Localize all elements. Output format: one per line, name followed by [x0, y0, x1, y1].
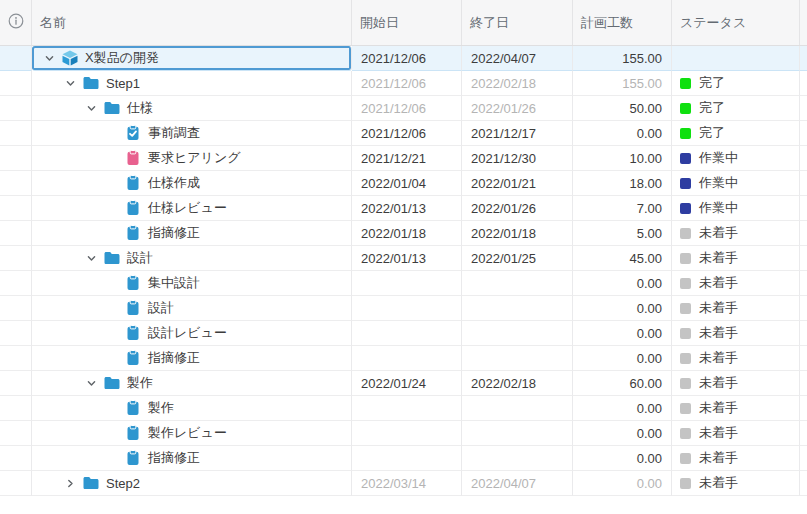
planned-effort-cell: 0.00: [573, 446, 672, 471]
cube-icon: [62, 50, 78, 66]
status-color-chip: [680, 128, 691, 139]
column-header-status-label: ステータス: [680, 14, 746, 32]
task-name-cell[interactable]: 事前調査: [32, 121, 352, 146]
task-row[interactable]: 集中設計0.00未着手: [0, 271, 807, 296]
status-label: 完了: [699, 124, 725, 142]
task-name-cell[interactable]: 集中設計: [32, 271, 352, 296]
status-label: 未着手: [699, 299, 738, 317]
end-date-cell: 2022/01/18: [462, 221, 573, 246]
chevron-down-icon[interactable]: [86, 253, 104, 264]
clipboard-icon: [125, 275, 141, 291]
column-header-start-date[interactable]: 開始日: [352, 0, 462, 45]
status-label: 未着手: [699, 249, 738, 267]
task-name-cell[interactable]: 仕様作成: [32, 171, 352, 196]
task-row[interactable]: X製品の開発2021/12/062022/04/07155.00: [0, 46, 807, 71]
start-date-cell: 2021/12/21: [352, 146, 462, 171]
info-icon[interactable]: [7, 12, 25, 33]
task-name-cell[interactable]: 要求ヒアリング: [32, 146, 352, 171]
status-label: 完了: [699, 99, 725, 117]
task-name-cell[interactable]: 製作: [32, 371, 352, 396]
task-name-cell[interactable]: 設計: [32, 296, 352, 321]
status-label: 未着手: [699, 449, 738, 467]
chevron-right-icon[interactable]: [65, 478, 83, 489]
status-cell: 未着手: [672, 321, 800, 346]
row-edge-cell: [800, 471, 807, 496]
task-row[interactable]: 製作レビュー0.00未着手: [0, 421, 807, 446]
clipboard-icon: [125, 175, 141, 191]
task-name: 仕様: [127, 99, 153, 117]
task-name-cell[interactable]: Step1: [32, 71, 352, 96]
chevron-down-icon[interactable]: [65, 78, 83, 89]
task-name-cell[interactable]: 指摘修正: [32, 346, 352, 371]
row-gutter-cell: [0, 371, 32, 396]
row-gutter-cell: [0, 446, 32, 471]
task-name-cell[interactable]: 製作レビュー: [32, 421, 352, 446]
task-name: X製品の開発: [85, 49, 159, 67]
task-row[interactable]: 指摘修正2022/01/182022/01/185.00未着手: [0, 221, 807, 246]
planned-effort-cell: 0.00: [573, 396, 672, 421]
task-name-cell[interactable]: X製品の開発: [32, 46, 352, 71]
task-row[interactable]: 設計2022/01/132022/01/2545.00未着手: [0, 246, 807, 271]
status-color-chip: [680, 478, 691, 489]
task-name-cell[interactable]: 設計: [32, 246, 352, 271]
end-date-cell: 2021/12/30: [462, 146, 573, 171]
column-header-name[interactable]: 名前: [32, 0, 352, 45]
planned-effort-cell: 0.00: [573, 346, 672, 371]
task-row[interactable]: 仕様2021/12/062022/01/2650.00完了: [0, 96, 807, 121]
chevron-down-icon[interactable]: [86, 378, 104, 389]
column-header-planned-effort-label: 計画工数: [581, 14, 633, 32]
status-cell: 未着手: [672, 471, 800, 496]
status-color-chip: [680, 403, 691, 414]
task-name-cell[interactable]: Step2: [32, 471, 352, 496]
status-color-chip: [680, 278, 691, 289]
end-date-cell: [462, 271, 573, 296]
task-name-cell[interactable]: 指摘修正: [32, 221, 352, 246]
task-row[interactable]: Step12021/12/062022/02/18155.00完了: [0, 71, 807, 96]
task-row[interactable]: 製作0.00未着手: [0, 396, 807, 421]
status-cell: 未着手: [672, 246, 800, 271]
task-name-cell[interactable]: 仕様: [32, 96, 352, 121]
row-edge-cell: [800, 371, 807, 396]
status-cell: 完了: [672, 121, 800, 146]
column-header-planned-effort[interactable]: 計画工数: [573, 0, 672, 45]
row-edge-cell: [800, 346, 807, 371]
row-edge-cell: [800, 221, 807, 246]
column-header-status[interactable]: ステータス: [672, 0, 800, 45]
start-date-cell: [352, 446, 462, 471]
end-date-cell: 2022/01/25: [462, 246, 573, 271]
status-label: 未着手: [699, 374, 738, 392]
status-color-chip: [680, 428, 691, 439]
status-cell: 未着手: [672, 271, 800, 296]
task-row[interactable]: 仕様作成2022/01/042022/01/2118.00作業中: [0, 171, 807, 196]
column-header-name-label: 名前: [40, 14, 66, 32]
task-row[interactable]: 設計レビュー0.00未着手: [0, 321, 807, 346]
task-row[interactable]: 設計0.00未着手: [0, 296, 807, 321]
task-row[interactable]: 製作2022/01/242022/02/1860.00未着手: [0, 371, 807, 396]
task-name-cell[interactable]: 設計レビュー: [32, 321, 352, 346]
task-row[interactable]: 指摘修正0.00未着手: [0, 446, 807, 471]
task-row[interactable]: Step22022/03/142022/04/070.00未着手: [0, 471, 807, 496]
end-date-cell: [462, 446, 573, 471]
status-cell: 未着手: [672, 371, 800, 396]
column-header-end-date[interactable]: 終了日: [462, 0, 573, 45]
end-date-cell: [462, 321, 573, 346]
start-date-cell: 2021/12/06: [352, 96, 462, 121]
task-name-cell[interactable]: 製作: [32, 396, 352, 421]
status-cell: 未着手: [672, 221, 800, 246]
folder-icon: [104, 375, 120, 391]
task-name-cell[interactable]: 仕様レビュー: [32, 196, 352, 221]
status-label: 未着手: [699, 399, 738, 417]
start-date-cell: [352, 396, 462, 421]
task-row[interactable]: 事前調査2021/12/062021/12/170.00完了: [0, 121, 807, 146]
task-row[interactable]: 指摘修正0.00未着手: [0, 346, 807, 371]
planned-effort-cell: 7.00: [573, 196, 672, 221]
status-color-chip: [680, 328, 691, 339]
row-gutter-cell: [0, 171, 32, 196]
task-name-cell[interactable]: 指摘修正: [32, 446, 352, 471]
chevron-down-icon[interactable]: [44, 53, 62, 64]
chevron-down-icon[interactable]: [86, 103, 104, 114]
task-row[interactable]: 要求ヒアリング2021/12/212021/12/3010.00作業中: [0, 146, 807, 171]
clipboard-icon: [125, 325, 141, 341]
task-row[interactable]: 仕様レビュー2022/01/132022/01/267.00作業中: [0, 196, 807, 221]
status-cell: 作業中: [672, 171, 800, 196]
